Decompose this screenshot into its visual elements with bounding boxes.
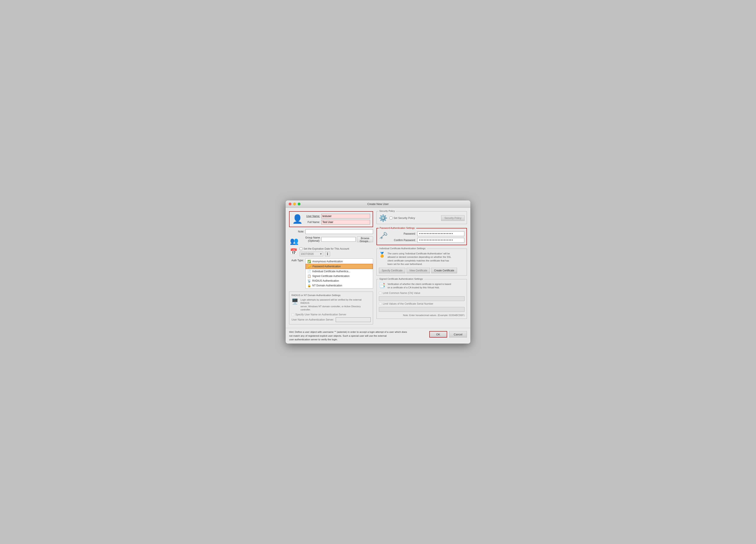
auth-nt-domain[interactable]: 🔒 NT Domain Authentication: [306, 283, 373, 288]
titlebar: Create New User: [286, 200, 470, 208]
serial-checkbox-label: Limit Values of the Certificate Serial N…: [383, 302, 433, 305]
auth-anonymous[interactable]: ✅ Anonymous Authentication: [306, 259, 373, 264]
auth-nt-domain-label: NT Domain Authentication: [312, 284, 342, 287]
set-security-policy-checkbox[interactable]: [390, 216, 392, 219]
signed-cert-doc-icon: 📑: [379, 282, 385, 288]
keys-icon: 🗝️: [379, 231, 388, 239]
auth-individual-cert-label: Individual Certificate Authentica...: [312, 270, 350, 273]
confirm-password-input[interactable]: [417, 238, 464, 242]
fullname-input[interactable]: [321, 220, 370, 224]
password-auth-inner: 🗝️ Password: Confirm Password:: [379, 231, 464, 242]
signed-cert-description: Verification of whether the client certi…: [387, 282, 465, 290]
cert-description: The users using 'Individual Certificate …: [387, 252, 465, 266]
bottom-bar: Hint: Define a user object with username…: [286, 328, 470, 344]
security-policy-title: Security Policy: [378, 210, 396, 212]
radius-checkbox-label: Specify User Name on Authentication Serv…: [295, 313, 346, 316]
confirm-password-row: Confirm Password:: [390, 238, 464, 242]
group-section: 👥 Group Name(Optional): Browse Groups...: [289, 236, 373, 245]
password-icon: 🔑: [308, 265, 311, 268]
expiration-label: Set the Expiration Date for This Account: [303, 247, 349, 250]
window-title: Create New User: [367, 202, 389, 205]
create-certificate-button[interactable]: Create Certificate: [431, 268, 457, 273]
main-content: 👤 User Name: Full Name: Note:: [286, 208, 470, 328]
view-certificate-button[interactable]: View Certificate: [407, 268, 430, 273]
specify-certificate-button[interactable]: Specify Certificate: [379, 268, 405, 273]
radius-specify-checkbox[interactable]: [291, 313, 294, 316]
radius-field-row: User Name on Authentication Server:: [291, 317, 371, 322]
signed-cert-section: Signed Certificate Authentication Settin…: [376, 279, 467, 319]
confirm-label: Confirm Password:: [390, 239, 416, 242]
date-spinner[interactable]: ▲ ▼: [325, 251, 330, 256]
radius-description: Login attempts by password will be verif…: [300, 298, 371, 312]
auth-type-list: ✅ Anonymous Authentication 🔑 Password Au…: [305, 258, 373, 289]
close-button[interactable]: [289, 202, 291, 205]
security-policy-inner: ⚙️ Set Security Policy Security Policy: [379, 214, 465, 222]
auth-password[interactable]: 🔑 Password Authentication: [306, 264, 373, 269]
radius-inner: 🖥️ Login attempts by password will be ve…: [291, 298, 371, 312]
note-label: Note:: [289, 230, 304, 233]
signed-cert-inner: 📑 Verification of whether the client cer…: [379, 282, 465, 290]
bottom-buttons: OK Cancel: [429, 330, 467, 338]
hint-text: Hint: Define a user object with username…: [289, 330, 425, 342]
anonymous-icon: ✅: [307, 260, 311, 263]
signed-cert-icon: 📋: [307, 275, 311, 278]
auth-type-section: Auth Type: ✅ Anonymous Authentication 🔑 …: [289, 258, 373, 289]
username-label: User Name:: [305, 215, 320, 218]
radius-username-input[interactable]: [336, 317, 371, 322]
expiration-fields: Set the Expiration Date for This Account…: [300, 247, 349, 256]
group-input[interactable]: [321, 237, 356, 242]
maximize-button[interactable]: [298, 202, 300, 205]
auth-radius[interactable]: 📡 RADIUS Authentication: [306, 279, 373, 283]
cn-checkbox-row: Limit Common Name (CN) Value: [379, 292, 465, 295]
auth-radius-label: RADIUS Authentication: [312, 279, 339, 282]
note-input[interactable]: [305, 229, 373, 234]
cert-inner: 🏅 The users using 'Individual Certificat…: [379, 252, 465, 266]
individual-cert-section: Individual Certificate Authentication Se…: [376, 248, 467, 276]
sp-checkbox-row: Set Security Policy: [390, 216, 439, 219]
group-avatar-icon: 👥: [290, 237, 299, 245]
security-policy-button[interactable]: Security Policy: [441, 215, 465, 221]
date-from-select[interactable]: 10/27/2016 ▼: [300, 251, 323, 256]
serial-value-input[interactable]: [379, 307, 465, 312]
cn-value-input[interactable]: [379, 296, 465, 301]
cert-icon: 🏅: [379, 252, 385, 258]
auth-password-label: Password Authentication: [312, 265, 341, 268]
password-input[interactable]: [417, 231, 464, 236]
expiration-checkbox[interactable]: [300, 247, 302, 250]
username-input[interactable]: [321, 214, 370, 218]
username-row: User Name:: [305, 214, 370, 218]
fullname-label: Full Name:: [305, 221, 320, 224]
nt-domain-icon: 🔒: [307, 284, 311, 287]
serial-checkbox-row: Limit Values of the Certificate Serial N…: [379, 302, 465, 305]
auth-signed-cert[interactable]: 📋 Signed Certificate Authentication: [306, 274, 373, 279]
group-fields: Group Name(Optional): Browse Groups...: [301, 236, 373, 243]
fullname-row: Full Name:: [305, 220, 370, 224]
cn-limit-checkbox[interactable]: [379, 292, 382, 294]
minimize-button[interactable]: [293, 202, 296, 205]
individual-cert-icon: 📄: [307, 269, 311, 273]
gear-icon: ⚙️: [379, 214, 387, 222]
password-label: Password:: [390, 232, 416, 235]
auth-signed-cert-label: Signed Certificate Authentication: [312, 275, 349, 278]
cancel-button[interactable]: Cancel: [449, 331, 467, 338]
ok-button[interactable]: OK: [429, 331, 447, 338]
expiration-section: 📅 Set the Expiration Date for This Accou…: [289, 247, 373, 256]
radius-section-title: RADIUS or NT Domain Authentication Setti…: [291, 294, 371, 297]
cn-checkbox-label: Limit Common Name (CN) Value: [383, 292, 420, 295]
date-row: 10/27/2016 ▼ ▲ ▼: [300, 251, 349, 256]
serial-limit-checkbox[interactable]: [379, 302, 382, 305]
browse-groups-button[interactable]: Browse Groups...: [357, 236, 373, 242]
sp-checkbox-label: Set Security Policy: [393, 216, 415, 219]
auth-individual-cert[interactable]: 📄 Individual Certificate Authentica...: [306, 269, 373, 274]
radius-icon: 📡: [307, 279, 311, 283]
cert-buttons: Specify Certificate View Certificate Cre…: [379, 268, 465, 273]
password-auth-title: Password Authentication Settings:: [379, 227, 416, 229]
radius-section: RADIUS or NT Domain Authentication Setti…: [289, 292, 373, 325]
left-panel: 👤 User Name: Full Name: Note:: [289, 211, 373, 325]
user-form-rows: User Name: Full Name:: [305, 214, 370, 224]
password-fields: Password: Confirm Password:: [390, 231, 464, 242]
auth-type-label: Auth Type:: [289, 258, 304, 262]
security-policy-section: Security Policy ⚙️ Set Security Policy S…: [376, 211, 467, 224]
server-icon: 🖥️: [291, 298, 298, 305]
calendar-icon: 📅: [290, 248, 297, 255]
